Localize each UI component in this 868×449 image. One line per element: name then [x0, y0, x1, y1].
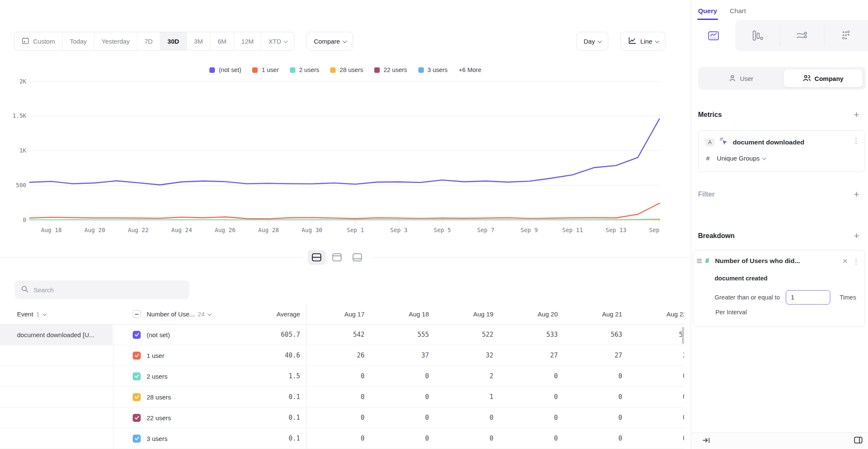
audience-toggle: User Company: [698, 67, 866, 90]
row-checkbox[interactable]: [133, 414, 141, 422]
compare-button[interactable]: Compare: [306, 32, 353, 50]
chart-type-line-button[interactable]: [691, 20, 735, 51]
group-label: 28 users: [147, 394, 171, 401]
data-value: 0: [300, 393, 364, 401]
add-metric-button[interactable]: +: [852, 110, 861, 119]
svg-text:Sep 3: Sep 3: [390, 227, 408, 233]
data-value: 0: [429, 414, 493, 421]
table-row: 3 users0.1000000: [0, 428, 684, 449]
group-column-header[interactable]: Number of Use... 24: [112, 310, 237, 318]
condition-label[interactable]: Greater than or equal to: [715, 294, 780, 301]
legend-item[interactable]: (not set): [209, 67, 241, 73]
group-label-cell: 22 users: [112, 414, 237, 422]
legend-item[interactable]: 3 users: [418, 67, 448, 73]
row-checkbox[interactable]: [133, 435, 141, 443]
chart-type-flow-button[interactable]: [780, 20, 824, 51]
svg-text:Aug 24: Aug 24: [171, 227, 192, 233]
legend-item[interactable]: 28 users: [330, 67, 363, 73]
per-interval-label[interactable]: Per Interval: [715, 309, 747, 316]
chart-toolbar: Custom Today Yesterday 7D 30D 3M 6M 12M …: [14, 32, 665, 50]
date-range-7d[interactable]: 7D: [137, 32, 160, 50]
select-all-checkbox[interactable]: [133, 310, 141, 318]
group-label: 2 users: [147, 373, 167, 380]
data-value: 2: [429, 372, 493, 380]
breakdown-heading: Breakdown: [698, 232, 734, 240]
legend-item[interactable]: 22 users: [374, 67, 407, 73]
kebab-menu-icon[interactable]: ⋮: [852, 137, 860, 145]
svg-text:Sep 7: Sep 7: [477, 227, 495, 233]
row-checkbox[interactable]: [133, 372, 141, 380]
date-range-12m[interactable]: 12M: [234, 32, 261, 50]
data-value: 0: [364, 393, 429, 401]
audience-company-option[interactable]: Company: [784, 69, 862, 87]
tab-query[interactable]: Query: [698, 7, 717, 20]
metric-card[interactable]: A document downloaded ⋮ # Unique Groups: [698, 130, 865, 172]
svg-text:Aug 26: Aug 26: [215, 227, 236, 233]
legend-item[interactable]: 2 users: [290, 67, 320, 73]
date-range-6m[interactable]: 6M: [210, 32, 234, 50]
event-name-cell[interactable]: document downloaded [U...: [0, 324, 112, 345]
legend-label: (not set): [219, 67, 241, 73]
chart-type-button[interactable]: Line: [620, 32, 665, 50]
table-body: document downloaded [U...(not set)605.75…: [0, 324, 684, 449]
breakdown-card: # Number of Users who did... × ⋮ documen…: [693, 250, 865, 327]
data-value: 37: [364, 352, 429, 359]
table-row: 1 user40.626373227272: [0, 345, 684, 366]
average-value: 605.7: [237, 331, 300, 338]
close-icon[interactable]: ×: [843, 256, 848, 266]
sidebar-panel-icon[interactable]: [854, 437, 862, 445]
add-breakdown-button[interactable]: +: [852, 231, 861, 241]
drag-handle-icon[interactable]: [697, 258, 702, 264]
average-value: 0.1: [237, 435, 300, 442]
date-range-3m[interactable]: 3M: [186, 32, 210, 50]
legend-swatch: [330, 67, 336, 73]
data-value: 555: [364, 331, 429, 338]
average-value: 1.5: [237, 372, 300, 380]
line-chart-svg[interactable]: 05001K1.5K2KAug 18Aug 20Aug 22Aug 24Aug …: [13, 78, 661, 239]
table-scrollbar[interactable]: [682, 327, 684, 344]
group-label-cell: 28 users: [112, 393, 237, 401]
date-range-yesterday[interactable]: Yesterday: [94, 32, 137, 50]
date-range-30d[interactable]: 30D: [160, 32, 186, 50]
data-value: 563: [558, 331, 622, 338]
event-column-header[interactable]: Event 1: [0, 310, 112, 318]
times-value-input[interactable]: [786, 290, 830, 305]
chevron-down-icon: [598, 39, 602, 43]
date-range-today[interactable]: Today: [62, 32, 94, 50]
legend-more-button[interactable]: +6 More: [459, 67, 481, 73]
chart-type-scatter-button[interactable]: [824, 20, 868, 51]
hash-icon: #: [706, 155, 709, 162]
row-checkbox[interactable]: [133, 331, 141, 339]
group-label: (not set): [147, 331, 170, 338]
row-checkbox[interactable]: [133, 393, 141, 401]
line-chart: 05001K1.5K2KAug 18Aug 20Aug 22Aug 24Aug …: [13, 78, 661, 239]
search-icon: [21, 285, 29, 295]
kebab-menu-icon[interactable]: ⋮: [852, 257, 860, 266]
chevron-down-icon: [762, 156, 767, 160]
row-checkbox[interactable]: [133, 352, 141, 360]
audience-user-option[interactable]: User: [698, 67, 784, 90]
granularity-button[interactable]: Day: [576, 32, 608, 50]
legend-item[interactable]: 1 user: [252, 67, 278, 73]
layout-split-button[interactable]: [308, 250, 326, 265]
layout-table-only-button[interactable]: [348, 250, 366, 265]
data-value: 26: [300, 352, 364, 359]
add-filter-button[interactable]: +: [852, 190, 861, 199]
layout-chart-only-button[interactable]: [328, 250, 346, 265]
metric-letter-badge: A: [705, 138, 715, 147]
svg-text:Sep 1: Sep 1: [347, 227, 364, 233]
measure-dropdown[interactable]: Unique Groups: [717, 155, 760, 162]
collapse-panel-icon[interactable]: [702, 437, 710, 445]
data-value: 0: [493, 414, 558, 421]
date-range-xtd[interactable]: XTD: [261, 32, 294, 50]
data-value: 533: [493, 331, 558, 338]
date-range-custom[interactable]: Custom: [14, 32, 62, 50]
data-value: 542: [300, 331, 364, 338]
breakdown-event-name[interactable]: document created: [715, 275, 768, 282]
chart-type-bar-button[interactable]: [735, 20, 779, 51]
search-input[interactable]: [33, 286, 173, 294]
svg-text:Sep 15: Sep 15: [649, 227, 661, 233]
table-header-row: Event 1 Number of Use... 24 Average Aug …: [0, 304, 684, 324]
tab-chart[interactable]: Chart: [730, 7, 746, 20]
legend-swatch: [418, 67, 424, 73]
